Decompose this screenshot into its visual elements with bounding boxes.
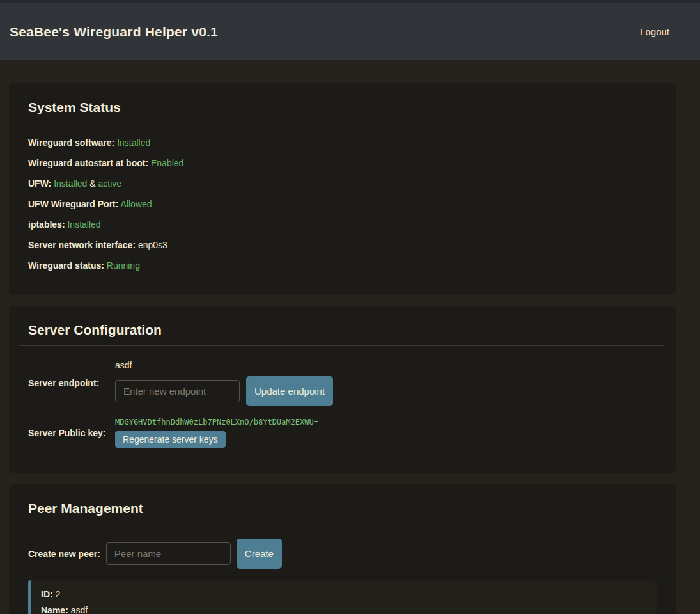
endpoint-input[interactable] [115, 380, 240, 402]
status-row-iptables: iptables: Installed [28, 219, 657, 230]
status-label: iptables: [28, 219, 65, 230]
create-peer-button[interactable]: Create [237, 539, 282, 569]
peer-name-input[interactable] [106, 542, 231, 565]
status-row-ufw-port: UFW Wireguard Port: Allowed [28, 199, 657, 209]
peer-id-label: ID: [41, 589, 53, 599]
status-row-wireguard-software: Wireguard software: Installed [28, 138, 657, 148]
logout-link[interactable]: Logout [640, 26, 669, 37]
create-peer-label: Create new peer: [28, 549, 100, 559]
status-value: Installed [54, 178, 87, 189]
server-configuration-card: Server Configuration Server endpoint: as… [9, 306, 676, 473]
system-status-title: System Status [28, 100, 665, 115]
peer-id-line: ID: 2 [41, 589, 646, 600]
page-body: System Status Wireguard software: Instal… [0, 60, 700, 614]
regenerate-server-keys-button[interactable]: Regenerate server keys [115, 431, 226, 448]
server-public-key-controls: MDGY6HVDtfhnDdhW0zLb7PNz0LXnO/b8YtDUaM2E… [115, 418, 318, 448]
status-value: Enabled [151, 158, 183, 168]
status-value: Installed [117, 138, 150, 148]
status-separator: & [87, 178, 98, 189]
server-endpoint-label: Server endpoint: [28, 378, 115, 388]
status-row-wireguard-status: Wireguard status: Running [28, 260, 657, 271]
status-label: Wireguard status: [28, 260, 104, 271]
system-status-card: System Status Wireguard software: Instal… [9, 83, 676, 295]
app-title: SeaBee's Wireguard Helper v0.1 [10, 24, 218, 40]
update-endpoint-button[interactable]: Update endpoint [246, 376, 333, 406]
peer-list-item: ID: 2 Name: asdf Public Key: ckyOHj5Bk87… [28, 580, 657, 614]
status-row-ufw: UFW: Installed & active [28, 178, 657, 189]
status-value: enp0s3 [138, 240, 167, 250]
server-public-key-value: MDGY6HVDtfhnDdhW0zLb7PNz0LXnO/b8YtDUaM2E… [115, 418, 318, 427]
peer-name-value: asdf [71, 605, 88, 614]
status-label: Wireguard autostart at boot: [28, 158, 148, 168]
status-label: UFW Wireguard Port: [28, 199, 118, 209]
status-value: Allowed [121, 199, 152, 209]
server-configuration-title: Server Configuration [28, 322, 665, 338]
peer-name-label: Name: [41, 605, 68, 614]
app-header: SeaBee's Wireguard Helper v0.1 Logout [0, 3, 700, 60]
status-row-autostart: Wireguard autostart at boot: Enabled [28, 158, 657, 168]
server-public-key-row: Server Public key: MDGY6HVDtfhnDdhW0zLb7… [28, 418, 657, 448]
peer-id-value: 2 [56, 589, 61, 599]
server-public-key-label: Server Public key: [28, 428, 115, 438]
section-divider [19, 123, 665, 123]
status-label: UFW: [28, 178, 51, 189]
peer-name-line: Name: asdf [41, 605, 646, 614]
status-row-network-interface: Server network interface: enp0s3 [28, 240, 657, 250]
status-label: Wireguard software: [28, 138, 114, 148]
status-value: Running [107, 260, 140, 271]
section-divider [19, 345, 665, 346]
status-value: Installed [67, 219, 100, 230]
section-divider [19, 524, 665, 524]
status-value-2: active [98, 178, 121, 189]
server-endpoint-current-value: asdf [115, 360, 333, 370]
server-endpoint-row: Server endpoint: asdf Update endpoint [28, 360, 657, 406]
peer-management-title: Peer Management [28, 501, 665, 516]
peer-management-card: Peer Management Create new peer: Create … [9, 484, 676, 614]
create-peer-row: Create new peer: Create [28, 539, 657, 569]
status-label: Server network interface: [28, 240, 136, 250]
server-endpoint-controls: asdf Update endpoint [115, 360, 333, 406]
